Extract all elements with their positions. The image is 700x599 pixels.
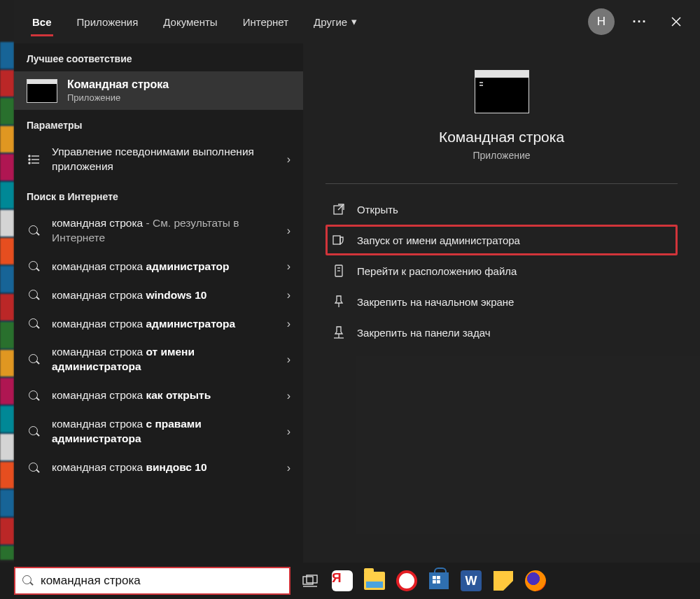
user-avatar[interactable]: Н xyxy=(588,8,615,35)
action-label: Перейти к расположению файла xyxy=(357,265,517,277)
chevron-down-icon: ▾ xyxy=(351,15,357,28)
chevron-right-icon: › xyxy=(284,462,293,474)
web-suggestion[interactable]: командная строка windows 10› xyxy=(14,281,303,310)
web-suggestion[interactable]: командная строка как открыть› xyxy=(14,381,303,410)
web-suggestion-text: командная строка с правами администратор… xyxy=(52,417,274,446)
sticky-notes-icon xyxy=(493,571,513,591)
action-pin-task[interactable]: Закрепить на панели задач xyxy=(326,317,678,348)
taskbar-app-firefox[interactable] xyxy=(523,568,548,593)
taskbar-app-yandex-search[interactable]: Я xyxy=(330,568,355,593)
task-view-button[interactable] xyxy=(298,568,323,593)
tab-documents[interactable]: Документы xyxy=(150,0,230,43)
web-suggestion[interactable]: командная строка администратора› xyxy=(14,310,303,339)
search-input[interactable] xyxy=(41,574,282,588)
yandex-icon: Я xyxy=(332,570,353,591)
word-icon: W xyxy=(461,570,482,591)
action-shield[interactable]: Запуск от имени администратора xyxy=(326,225,678,255)
tab-internet[interactable]: Интернет xyxy=(230,0,301,43)
suggestion-bold: как открыть xyxy=(146,389,211,401)
chevron-right-icon: › xyxy=(284,153,293,166)
section-settings: Параметры xyxy=(14,110,303,138)
store-icon xyxy=(429,572,449,589)
search-icon xyxy=(27,261,42,272)
yandex-browser-icon xyxy=(396,570,417,591)
action-open[interactable]: Открыть xyxy=(326,194,678,225)
cmd-icon-large xyxy=(475,70,529,113)
tab-label: Документы xyxy=(163,16,217,28)
close-button[interactable] xyxy=(658,0,694,43)
suggestion-plain: командная строка xyxy=(52,289,146,301)
action-pin-start[interactable]: Закрепить на начальном экране xyxy=(326,286,678,317)
shield-icon xyxy=(332,233,346,247)
taskbar-app-word[interactable]: W xyxy=(458,568,484,593)
web-suggestion[interactable]: командная строка от имени администратора… xyxy=(14,338,303,381)
preview-hero: Командная строка Приложение xyxy=(326,63,678,178)
taskbar: Я W xyxy=(0,563,700,599)
search-icon xyxy=(27,463,42,474)
web-suggestion-text: командная строка windows 10 xyxy=(52,288,274,303)
tab-more[interactable]: Другие ▾ xyxy=(301,0,370,43)
open-icon xyxy=(332,202,346,216)
suggestion-plain: командная строка xyxy=(52,318,146,330)
action-location[interactable]: Перейти к расположению файла xyxy=(326,255,678,286)
action-label: Открыть xyxy=(357,204,398,216)
suggestion-bold: windows 10 xyxy=(146,289,206,301)
search-icon xyxy=(27,318,42,330)
search-icon xyxy=(27,390,42,402)
best-match-title: Командная строка xyxy=(67,78,169,91)
preview-subtitle: Приложение xyxy=(472,150,530,161)
suggestion-plain: командная строка xyxy=(52,217,143,229)
taskbar-app-store[interactable] xyxy=(426,568,451,593)
action-label: Закрепить на панели задач xyxy=(357,327,491,339)
more-options-button[interactable]: ··· xyxy=(622,0,658,43)
svg-rect-13 xyxy=(333,236,340,244)
chevron-right-icon: › xyxy=(284,318,293,330)
pin-task-icon xyxy=(332,325,346,339)
suggestion-plain: командная строка xyxy=(52,260,146,272)
web-suggestion[interactable]: командная строка администратор› xyxy=(14,253,303,281)
section-web: Поиск в Интернете xyxy=(14,181,303,209)
chevron-right-icon: › xyxy=(284,353,293,366)
start-search-panel: Все Приложения Документы Интернет Другие… xyxy=(14,0,700,563)
tab-all[interactable]: Все xyxy=(20,0,64,43)
pin-start-icon xyxy=(332,295,346,309)
search-icon xyxy=(27,354,42,365)
list-icon xyxy=(27,153,42,167)
taskbar-app-yandex-browser[interactable] xyxy=(394,568,419,593)
preview-column: Командная строка Приложение ОткрытьЗапус… xyxy=(303,43,700,563)
web-suggestion-text: командная строка виндовс 10 xyxy=(52,460,274,475)
tab-apps[interactable]: Приложения xyxy=(64,0,151,43)
web-suggestion-text: командная строка - См. результаты в Инте… xyxy=(52,216,274,246)
search-icon xyxy=(27,290,42,301)
web-suggestion[interactable]: командная строка виндовс 10› xyxy=(14,453,303,482)
tab-label: Приложения xyxy=(77,16,139,28)
svg-point-8 xyxy=(29,155,30,157)
taskbar-app-sticky-notes[interactable] xyxy=(491,568,516,593)
taskbar-app-explorer[interactable] xyxy=(362,568,387,593)
web-suggestion-text: командная строка администратора xyxy=(52,317,274,332)
suggestion-plain: командная строка xyxy=(52,418,146,430)
task-view-icon xyxy=(302,575,318,587)
search-icon xyxy=(22,575,34,586)
svg-point-9 xyxy=(29,159,30,160)
close-icon xyxy=(671,16,682,27)
taskbar-search[interactable] xyxy=(14,567,290,595)
chevron-right-icon: › xyxy=(284,289,293,302)
web-suggestion-text: командная строка как открыть xyxy=(52,388,274,403)
web-suggestion[interactable]: командная строка - См. результаты в Инте… xyxy=(14,209,303,253)
action-label: Запуск от имени администратора xyxy=(357,234,520,246)
avatar-initial: Н xyxy=(597,15,606,29)
location-icon xyxy=(332,264,346,278)
web-suggestion-text: командная строка администратор xyxy=(52,260,274,274)
filter-tabs: Все Приложения Документы Интернет Другие… xyxy=(14,0,700,43)
chevron-right-icon: › xyxy=(284,260,293,273)
web-suggestion[interactable]: командная строка с правами администратор… xyxy=(14,410,303,453)
suggestion-bold: администратор xyxy=(146,260,229,272)
svg-line-12 xyxy=(338,204,344,210)
settings-item-app-aliases[interactable]: Управление псевдонимами выполнения прило… xyxy=(14,138,303,181)
search-icon xyxy=(27,426,42,437)
action-label: Закрепить на начальном экране xyxy=(357,296,514,308)
suggestion-bold: виндовс 10 xyxy=(146,461,206,473)
best-match-item[interactable]: Командная строка Приложение xyxy=(14,71,303,110)
firefox-icon xyxy=(525,570,546,591)
